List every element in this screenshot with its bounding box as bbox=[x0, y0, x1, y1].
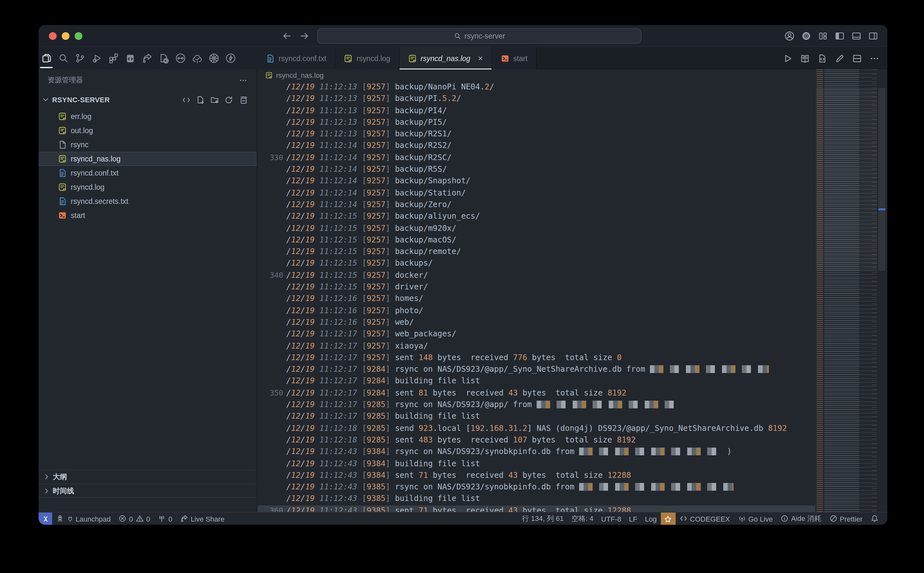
file-item-out.log[interactable]: out.log bbox=[39, 124, 257, 138]
log-content[interactable]: /12/19 11:12:13 [9257] backup/NanoPi NE0… bbox=[257, 81, 815, 512]
file-file-icon bbox=[58, 140, 67, 149]
tab-close-icon[interactable]: × bbox=[478, 54, 483, 63]
log-line: /12/19 11:12:43 [9385] building file lis… bbox=[257, 493, 815, 505]
activity-source-control-icon[interactable] bbox=[72, 50, 88, 66]
navigate-back-icon[interactable] bbox=[282, 31, 292, 41]
notifications-item[interactable] bbox=[866, 512, 882, 525]
more-actions-icon[interactable] bbox=[869, 53, 880, 63]
line-number: 350 bbox=[257, 387, 283, 399]
log-line: /12/19 11:12:43 [9385] rsync on NAS/DS92… bbox=[257, 481, 815, 493]
ports-item[interactable]: 0 bbox=[154, 512, 176, 525]
collapse-all-icon[interactable] bbox=[238, 95, 248, 105]
command-center-search[interactable]: rsync-server bbox=[317, 28, 642, 44]
file-name: rsyncd_nas.log bbox=[71, 155, 121, 163]
vertical-scrollbar[interactable] bbox=[879, 69, 885, 512]
language-mode[interactable]: Log bbox=[641, 512, 661, 525]
indentation[interactable]: 空格: 4 bbox=[568, 512, 597, 525]
outline-section[interactable]: 大纲 bbox=[39, 470, 257, 484]
breadcrumb[interactable]: rsyncd_nas.log bbox=[257, 69, 887, 81]
toggle-secondary-sidebar-icon[interactable] bbox=[868, 31, 879, 41]
log-line: /12/19 11:12:17 [9284] rsync on NAS/DS92… bbox=[257, 363, 815, 375]
go-live-item[interactable]: Go Live bbox=[734, 512, 777, 525]
txt-file-icon bbox=[266, 54, 275, 63]
new-folder-icon[interactable] bbox=[210, 95, 220, 105]
aide-item[interactable]: Aide 消耗 bbox=[777, 512, 825, 525]
workspace-section-header[interactable]: RSYNC-SERVER bbox=[39, 92, 257, 107]
file-item-rsyncd.log[interactable]: rsyncd.log bbox=[39, 180, 257, 194]
sidebar-more-icon[interactable] bbox=[239, 75, 248, 85]
remote-indicator[interactable] bbox=[39, 512, 52, 525]
minimap[interactable] bbox=[815, 69, 877, 512]
file-list: err.logout.logrsyncrsyncd_nas.logrsyncd.… bbox=[39, 109, 257, 222]
log-line: /12/19 11:12:15 [9257] driver/ bbox=[257, 281, 815, 293]
activity-run-debug-icon[interactable] bbox=[89, 50, 104, 66]
launchpad-item[interactable]: Launchpad bbox=[52, 512, 115, 525]
encoding[interactable]: UTF-8 bbox=[598, 512, 625, 525]
code-brackets-icon[interactable] bbox=[182, 95, 191, 105]
tab-row: rsyncd.conf.txtrsyncd.logrsyncd_nas.log×… bbox=[39, 47, 887, 69]
workbench-body: 资源管理器 RSYNC-SERVER err.logout.logrsyncrs… bbox=[39, 69, 887, 512]
activity-search-icon[interactable] bbox=[55, 50, 71, 66]
split-editor-icon[interactable] bbox=[852, 53, 862, 63]
refresh-icon[interactable] bbox=[224, 95, 234, 105]
file-item-rsyncd.conf.txt[interactable]: rsyncd.conf.txt bbox=[39, 166, 257, 180]
log-line: /12/19 11:12:15 [9257] backup/m920x/ bbox=[257, 222, 815, 234]
activity-package-code-icon[interactable] bbox=[122, 50, 138, 66]
customize-layout-icon[interactable] bbox=[818, 31, 828, 41]
problems-item[interactable]: 0 0 bbox=[115, 512, 154, 525]
title-bar: rsync-server bbox=[39, 25, 887, 47]
open-changes-icon[interactable] bbox=[817, 53, 827, 63]
log-file-icon bbox=[58, 112, 67, 121]
vertical-scrollbar-slider[interactable] bbox=[879, 88, 885, 271]
run-file-icon[interactable] bbox=[783, 53, 793, 63]
editor-pane[interactable]: rsyncd_nas.log /12/19 11:12:13 [9257] ba… bbox=[257, 69, 887, 512]
activity-extensions-icon[interactable] bbox=[105, 50, 121, 66]
activity-share-icon[interactable] bbox=[139, 50, 154, 66]
window-minimize-button[interactable] bbox=[62, 32, 69, 40]
activity-file-settings-icon[interactable] bbox=[156, 50, 171, 66]
eol-selector[interactable]: LF bbox=[625, 512, 641, 525]
file-item-rsyncd_nas.log[interactable]: rsyncd_nas.log bbox=[39, 152, 257, 166]
log-line: /12/19 11:12:14 [9257] backup/Station/ bbox=[257, 187, 815, 199]
log-line: /12/19 11:12:17 [9257] xiaoya/ bbox=[257, 340, 815, 352]
activity-bolt-icon[interactable] bbox=[223, 50, 238, 66]
tab-rsyncd.conf.txt[interactable]: rsyncd.conf.txt bbox=[257, 47, 335, 69]
activity-commit-graph-icon[interactable] bbox=[173, 50, 188, 66]
window-close-button[interactable] bbox=[49, 32, 56, 40]
extension-logo-badge[interactable] bbox=[660, 512, 675, 525]
toggle-panel-icon[interactable] bbox=[851, 31, 861, 41]
file-name: err.log bbox=[71, 113, 91, 120]
navigate-forward-icon[interactable] bbox=[299, 31, 309, 41]
edit-icon[interactable] bbox=[835, 53, 845, 63]
prettier-item[interactable]: Prettier bbox=[825, 512, 866, 525]
file-item-err.log[interactable]: err.log bbox=[39, 109, 257, 124]
window-zoom-button[interactable] bbox=[75, 32, 82, 40]
account-icon[interactable] bbox=[784, 31, 795, 41]
cursor-position[interactable]: 行 134, 列 61 bbox=[518, 512, 568, 525]
timeline-section[interactable]: 时间线 bbox=[39, 484, 257, 498]
tab-rsyncd.log[interactable]: rsyncd.log bbox=[335, 47, 399, 69]
tab-start[interactable]: start bbox=[492, 47, 537, 69]
file-item-rsync[interactable]: rsync bbox=[39, 138, 257, 152]
workspace-name: RSYNC-SERVER bbox=[52, 96, 182, 103]
activity-test-tree-icon[interactable] bbox=[189, 50, 205, 66]
log-line: /12/19 11:12:18 [9285] sent 483 bytes re… bbox=[257, 434, 815, 446]
tab-rsyncd_nas.log[interactable]: rsyncd_nas.log× bbox=[399, 47, 492, 69]
minimap-viewport bbox=[815, 88, 877, 271]
search-label: rsync-server bbox=[464, 32, 505, 40]
txt-file-icon bbox=[58, 169, 67, 177]
error-count: 0 bbox=[129, 515, 133, 523]
file-item-rsyncd.secrets.txt[interactable]: rsyncd.secrets.txt bbox=[39, 194, 257, 208]
activity-explorer-icon[interactable] bbox=[39, 50, 54, 66]
file-name: out.log bbox=[71, 127, 93, 135]
codegeex-item[interactable]: CODEGEEX bbox=[675, 512, 734, 525]
toggle-sidebar-icon[interactable] bbox=[835, 31, 845, 41]
file-item-start[interactable]: start bbox=[39, 208, 257, 222]
remote-icon bbox=[41, 515, 49, 523]
live-share-item[interactable]: Live Share bbox=[176, 512, 228, 525]
horizontal-scrollbar[interactable] bbox=[257, 506, 815, 512]
new-file-icon[interactable] bbox=[196, 95, 205, 105]
open-preview-icon[interactable] bbox=[800, 53, 810, 63]
activity-kubernetes-icon[interactable] bbox=[206, 50, 221, 66]
gear-icon[interactable] bbox=[801, 31, 811, 41]
